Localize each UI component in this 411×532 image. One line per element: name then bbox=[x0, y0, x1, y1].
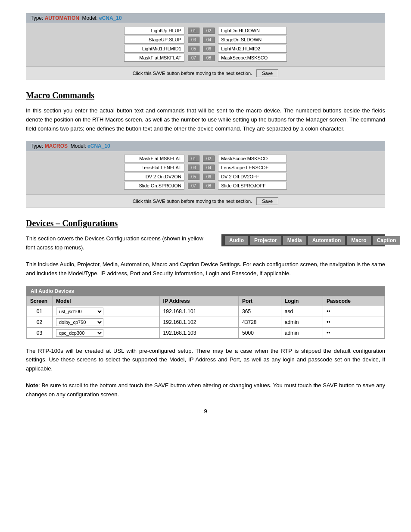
panel-row: MaskFlat:MSKFLAT 01 02 MaskScope:MSKSCO bbox=[26, 155, 385, 162]
field-left[interactable]: LensFlat:LENFLAT bbox=[124, 164, 184, 171]
field-right[interactable]: LightMid2:HLMID2 bbox=[218, 45, 287, 53]
num-btn-2[interactable]: 04 bbox=[203, 165, 215, 171]
model-select[interactable]: usl_jsd100 bbox=[56, 308, 103, 315]
model-cell[interactable]: qsc_dcp300 bbox=[53, 327, 160, 338]
note-body: : Be sure to scroll to the bottom and to… bbox=[26, 382, 385, 398]
audio-table: ScreenModelIP AddressPortLoginPasscode01… bbox=[26, 296, 385, 339]
devices-intro-area: This section covers the Devices Configur… bbox=[26, 234, 385, 252]
tab-item[interactable]: Projector bbox=[250, 236, 281, 245]
port-cell[interactable]: 43728 bbox=[239, 317, 281, 327]
automation-panel: Type: AUTOMATION Model: eCNA_10 LightUp:… bbox=[26, 13, 385, 80]
table-header-cell: Login bbox=[281, 296, 323, 306]
model-cell[interactable]: usl_jsd100 bbox=[53, 306, 160, 317]
num-btn-2[interactable]: 08 bbox=[203, 55, 215, 61]
screen-cell: 03 bbox=[27, 327, 53, 338]
devices-intro-text: This section covers the Devices Configur… bbox=[26, 234, 213, 252]
automation-save-button[interactable]: Save bbox=[256, 69, 278, 77]
passcode-cell[interactable]: •• bbox=[323, 327, 384, 338]
field-left[interactable]: StageUP:SLUP bbox=[124, 36, 184, 44]
passcode-cell[interactable]: •• bbox=[323, 317, 384, 327]
login-cell[interactable]: asd bbox=[281, 306, 323, 317]
field-left[interactable]: MaskFlat:MSKFLAT bbox=[124, 155, 184, 162]
num-btn-1[interactable]: 05 bbox=[188, 46, 199, 52]
field-right[interactable]: Slide Off:SPROJOFF bbox=[218, 182, 287, 190]
macros-panel-body: MaskFlat:MSKFLAT 01 02 MaskScope:MSKSCO … bbox=[26, 151, 385, 194]
model-select[interactable]: dolby_cp750 bbox=[56, 318, 103, 326]
field-left[interactable]: DV 2 On:DV2ON bbox=[124, 173, 184, 180]
field-right[interactable]: MaskScope:MSKSCO bbox=[218, 155, 287, 162]
port-cell[interactable]: 5000 bbox=[239, 327, 281, 338]
ip-cell[interactable]: 192.168.1.103 bbox=[159, 327, 239, 338]
num-btn-1[interactable]: 07 bbox=[188, 183, 199, 189]
macros-panel-header: Type: MACROS Model: eCNA_10 bbox=[26, 141, 385, 151]
table-row: 02dolby_cp750192.168.1.10243728admin•• bbox=[27, 317, 385, 327]
devices-config-title: Devices – Configurations bbox=[26, 218, 385, 228]
panel-row: MaskFlat:MSKFLAT 07 08 MaskScope:MSKSCO bbox=[26, 54, 385, 62]
table-row: 03qsc_dcp300192.168.1.1035000admin•• bbox=[27, 327, 385, 338]
field-left[interactable]: Slide On:SPROJON bbox=[124, 182, 184, 190]
field-right[interactable]: LightDn:HLDOWN bbox=[218, 27, 287, 34]
num-btn-2[interactable]: 02 bbox=[203, 28, 215, 34]
passcode-cell[interactable]: •• bbox=[323, 306, 384, 317]
automation-panel-body: LightUp:HLUP 01 02 LightDn:HLDOWN StageU… bbox=[26, 23, 385, 66]
macros-panel: Type: MACROS Model: eCNA_10 MaskFlat:MSK… bbox=[26, 141, 385, 208]
model-select[interactable]: qsc_dcp300 bbox=[56, 329, 103, 337]
panel-row: LightMid1:HLMID1 05 06 LightMid2:HLMID2 bbox=[26, 45, 385, 53]
macro-intro-text: In this section you enter the actual but… bbox=[26, 106, 385, 133]
num-btn-2[interactable]: 06 bbox=[203, 174, 215, 180]
ip-cell[interactable]: 192.168.1.102 bbox=[159, 317, 239, 327]
num-btn-1[interactable]: 03 bbox=[188, 37, 199, 43]
num-btn-1[interactable]: 01 bbox=[188, 28, 199, 34]
num-btn-1[interactable]: 07 bbox=[188, 55, 199, 61]
field-left[interactable]: LightUp:HLUP bbox=[124, 27, 184, 34]
port-cell[interactable]: 365 bbox=[239, 306, 281, 317]
macros-save-button[interactable]: Save bbox=[256, 197, 278, 205]
field-right[interactable]: LensScope:LENSCOF bbox=[218, 164, 287, 171]
panel-row: LightUp:HLUP 01 02 LightDn:HLDOWN bbox=[26, 27, 385, 34]
num-btn-1[interactable]: 01 bbox=[188, 156, 199, 162]
audio-devices-table: All Audio Devices ScreenModelIP AddressP… bbox=[26, 286, 385, 339]
type-label-a: Type: bbox=[31, 15, 43, 21]
tab-item[interactable]: Automation bbox=[308, 236, 346, 245]
tab-item[interactable]: Media bbox=[283, 236, 306, 245]
page-number: 9 bbox=[26, 408, 385, 414]
model-cell[interactable]: dolby_cp750 bbox=[53, 317, 160, 327]
login-cell[interactable]: admin bbox=[281, 327, 323, 338]
devices-body-text: This includes Audio, Projector, Media, A… bbox=[26, 260, 385, 278]
screen-cell: 01 bbox=[27, 306, 53, 317]
automation-panel-header: Type: AUTOMATION Model: eCNA_10 bbox=[26, 13, 385, 23]
screen-cell: 02 bbox=[27, 317, 53, 327]
note-label: Note bbox=[26, 382, 38, 389]
field-left[interactable]: LightMid1:HLMID1 bbox=[124, 45, 184, 53]
panel-row: StageUP:SLUP 03 04 StageDn:SLDOWN bbox=[26, 36, 385, 44]
table-row: 01usl_jsd100192.168.1.101365asd•• bbox=[27, 306, 385, 317]
note-text: Note: Be sure to scroll to the bottom an… bbox=[26, 381, 385, 399]
table-header-cell: Port bbox=[239, 296, 281, 306]
num-btn-1[interactable]: 05 bbox=[188, 174, 199, 180]
rtp-text: The RTP-100s will be created at USL with… bbox=[26, 347, 385, 373]
panel-row: DV 2 On:DV2ON 05 06 DV 2 Off:DV2OFF bbox=[26, 173, 385, 180]
tab-item[interactable]: Macro bbox=[347, 236, 371, 245]
num-btn-2[interactable]: 06 bbox=[203, 46, 215, 52]
tab-item[interactable]: Audio bbox=[225, 236, 248, 245]
table-header-cell: Screen bbox=[27, 296, 53, 306]
field-right[interactable]: DV 2 Off:DV2OFF bbox=[218, 173, 287, 180]
ip-cell[interactable]: 192.168.1.101 bbox=[159, 306, 239, 317]
field-left[interactable]: MaskFlat:MSKFLAT bbox=[124, 54, 184, 62]
num-btn-2[interactable]: 08 bbox=[203, 183, 215, 189]
table-header-cell: IP Address bbox=[159, 296, 239, 306]
panel-row: LensFlat:LENFLAT 03 04 LensScope:LENSCOF bbox=[26, 164, 385, 171]
num-btn-1[interactable]: 03 bbox=[188, 165, 199, 171]
table-header-cell: Passcode bbox=[323, 296, 384, 306]
model-label-a: Model: bbox=[82, 15, 98, 21]
num-btn-2[interactable]: 02 bbox=[203, 156, 215, 162]
field-right[interactable]: StageDn:SLDOWN bbox=[218, 36, 287, 44]
macro-commands-title: Macro Commands bbox=[26, 90, 385, 100]
model-label-m: Model: bbox=[71, 143, 86, 149]
tab-item[interactable]: Caption bbox=[373, 236, 401, 245]
audio-table-header: All Audio Devices bbox=[26, 286, 385, 296]
num-btn-2[interactable]: 04 bbox=[203, 37, 215, 43]
field-right[interactable]: MaskScope:MSKSCO bbox=[218, 54, 287, 62]
automation-panel-footer: Click this SAVE button before moving to … bbox=[26, 66, 385, 80]
login-cell[interactable]: admin bbox=[281, 317, 323, 327]
